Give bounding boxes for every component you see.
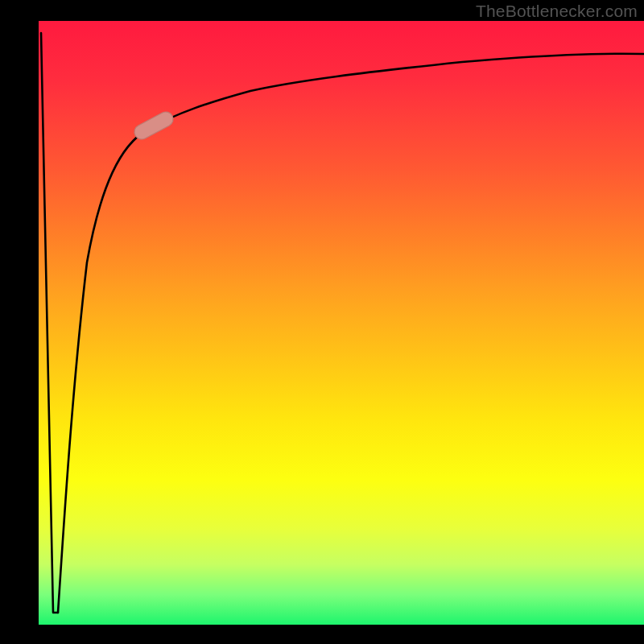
plot-area <box>39 21 644 625</box>
chart-stage: TheBottlenecker.com <box>0 0 644 644</box>
attribution-label: TheBottlenecker.com <box>476 2 638 21</box>
